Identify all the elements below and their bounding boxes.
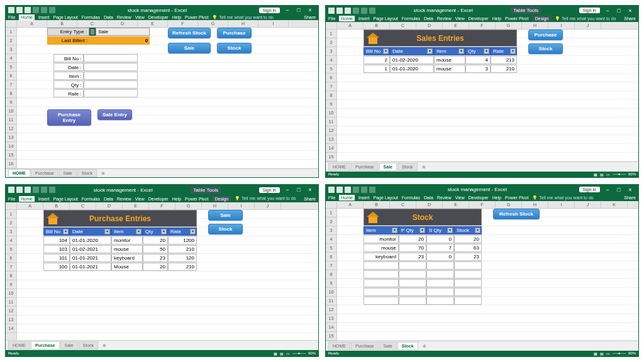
share-button[interactable]: Share [304, 15, 316, 19]
qat-icon[interactable] [353, 187, 359, 193]
col-header[interactable]: B [43, 202, 70, 209]
sheet-tab[interactable]: Sale [379, 163, 397, 171]
col-header[interactable]: C [70, 202, 96, 209]
table-cell[interactable]: 1 [364, 65, 390, 73]
row-header[interactable]: 11 [6, 298, 16, 307]
table-cell[interactable]: 23 [399, 253, 426, 261]
tell-me[interactable]: 💡 Tell me what you want to do [212, 15, 273, 20]
row-header[interactable]: 12 [6, 307, 16, 315]
home-icon[interactable] [367, 33, 379, 45]
row-header[interactable]: 12 [6, 124, 16, 133]
minimize-icon[interactable]: − [282, 185, 293, 194]
col-header[interactable]: E [443, 22, 469, 29]
row-header[interactable]: 4 [326, 56, 336, 65]
ribbon-tab[interactable]: Home [19, 14, 35, 20]
row-header[interactable]: 12 [326, 305, 336, 314]
sheet-tab[interactable]: HOME [328, 342, 350, 350]
maximize-icon[interactable]: □ [613, 185, 625, 194]
col-header[interactable]: I [548, 201, 575, 208]
row-header[interactable]: 11 [326, 118, 336, 126]
ribbon-tab[interactable]: Home [339, 16, 355, 21]
purchase-entry-button[interactable]: Purchase Entry [47, 109, 91, 126]
table-cell[interactable]: 210 [491, 65, 517, 73]
table-cell[interactable] [399, 279, 426, 287]
row-header[interactable]: 9 [6, 98, 16, 107]
col-header[interactable]: F [168, 20, 198, 27]
table-cell[interactable] [426, 288, 454, 296]
row-header[interactable]: 1 [6, 210, 16, 219]
view-icon[interactable]: ▦ [274, 351, 277, 356]
new-sheet-icon[interactable]: ⊕ [418, 163, 430, 171]
entry-type-picker[interactable] [89, 28, 96, 36]
design-tab[interactable]: Design [532, 16, 551, 21]
filter-icon[interactable]: ▾ [510, 48, 516, 54]
row-header[interactable]: 10 [326, 288, 336, 297]
view-icon[interactable]: ▤ [600, 172, 604, 177]
save-icon[interactable] [328, 8, 335, 14]
table-header[interactable]: P Qty▾ [399, 226, 426, 234]
row-header[interactable]: 8 [6, 272, 16, 280]
row-header[interactable]: 13 [326, 135, 336, 144]
table-cell[interactable]: 1200 [168, 236, 197, 244]
design-tab[interactable]: Design [212, 196, 231, 202]
col-header[interactable]: F [469, 22, 496, 29]
ribbon-tab[interactable]: Power Pivot [185, 197, 208, 201]
ribbon-tab[interactable]: Data [424, 16, 433, 21]
ribbon-tab[interactable]: Insert [38, 15, 50, 19]
row-header[interactable]: 6 [6, 72, 16, 80]
signin-button[interactable]: Sign in [579, 8, 600, 13]
row-header[interactable]: 4 [6, 236, 16, 245]
table-cell[interactable]: mouse [434, 65, 465, 73]
ribbon-tab[interactable]: Insert [358, 16, 370, 21]
row-header[interactable]: 8 [6, 89, 16, 98]
close-icon[interactable]: × [625, 6, 636, 15]
qat-icon[interactable] [41, 7, 47, 13]
pu-button[interactable]: Purchase [528, 30, 563, 40]
table-cell[interactable]: 63 [454, 244, 482, 252]
select-all[interactable] [326, 201, 337, 208]
table-cell[interactable]: 100 [43, 263, 70, 271]
row-header[interactable]: 3 [326, 226, 336, 235]
col-header[interactable]: C [77, 20, 108, 27]
table-header[interactable]: Qty▾ [465, 47, 491, 55]
row-header[interactable]: 6 [326, 74, 336, 82]
table-header[interactable]: Bill No▾ [364, 47, 390, 55]
col-header[interactable]: G [198, 20, 228, 27]
table-cell[interactable] [454, 297, 482, 305]
ribbon-tab[interactable]: Page Layout [373, 16, 397, 21]
col-header[interactable]: G [496, 201, 522, 208]
table-header[interactable]: Item▾ [364, 226, 399, 234]
qat-icon[interactable] [353, 8, 359, 14]
sale-button[interactable]: Sale [168, 43, 211, 53]
save-icon[interactable] [8, 187, 14, 193]
row-header[interactable]: 10 [6, 289, 16, 298]
table-cell[interactable] [364, 261, 399, 270]
table-cell[interactable]: 01-01-2020 [70, 236, 111, 244]
table-header[interactable]: Stock▾ [454, 226, 482, 234]
col-header[interactable]: A [17, 202, 43, 209]
row-header[interactable]: 14 [326, 323, 336, 332]
ribbon-tab[interactable]: Power Pivot [185, 15, 208, 19]
new-sheet-icon[interactable]: ⊕ [419, 343, 430, 350]
filter-icon[interactable]: ▾ [475, 228, 480, 233]
select-all[interactable] [6, 20, 17, 27]
col-header[interactable]: F [149, 202, 175, 209]
view-icon[interactable]: ▤ [280, 351, 284, 356]
table-cell[interactable] [364, 288, 399, 296]
view-icon[interactable]: ▤ [600, 351, 604, 356]
home-icon[interactable] [47, 213, 59, 226]
col-header[interactable]: E [443, 201, 469, 208]
row-header[interactable]: 3 [326, 47, 336, 56]
form-input[interactable] [84, 63, 138, 71]
col-header[interactable]: A [337, 22, 364, 29]
table-cell[interactable]: 70 [399, 244, 426, 252]
home-icon[interactable] [367, 212, 379, 224]
ribbon-tab[interactable]: Developer [148, 197, 169, 201]
ribbon-tab[interactable]: View [135, 197, 145, 201]
row-header[interactable]: 7 [326, 82, 336, 91]
col-header[interactable]: I [258, 20, 289, 27]
table-cell[interactable] [399, 261, 426, 270]
ribbon-tab[interactable]: View [455, 16, 465, 21]
share-button[interactable]: Share [624, 16, 636, 21]
ribbon-tab[interactable]: Help [172, 197, 181, 201]
